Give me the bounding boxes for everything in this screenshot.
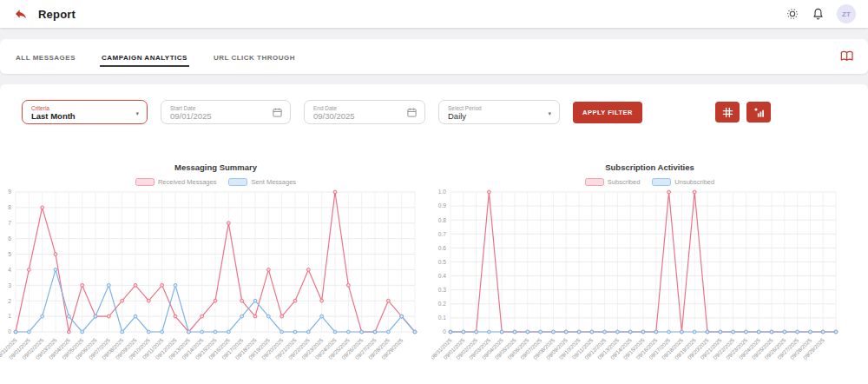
- svg-text:8: 8: [8, 204, 11, 210]
- calendar-icon: [272, 107, 283, 118]
- svg-text:0.8: 0.8: [438, 217, 446, 223]
- svg-text:1: 1: [8, 313, 11, 319]
- tab-url-click-through[interactable]: URL CLICK THROUGH: [212, 43, 297, 71]
- legend-swatch-blue: [228, 178, 247, 186]
- svg-text:0.5: 0.5: [438, 259, 446, 265]
- legend-item-subscribed[interactable]: Subscribed: [585, 178, 641, 186]
- chart-title: Subscription Activities: [431, 162, 868, 172]
- svg-text:9: 9: [8, 189, 11, 195]
- legend-item-received[interactable]: Received Messages: [135, 178, 217, 186]
- criteria-value: Last Month: [31, 111, 140, 121]
- grid-view-button[interactable]: [715, 102, 740, 122]
- svg-text:1.0: 1.0: [438, 189, 446, 195]
- legend-label: Received Messages: [158, 178, 217, 186]
- svg-text:0.7: 0.7: [438, 231, 446, 237]
- report-tabs: ALL MESSAGES CAMPAIGN ANALYTICS URL CLIC…: [0, 39, 868, 74]
- view-toggle-buttons: [715, 102, 771, 122]
- select-period-value: Daily: [448, 111, 552, 121]
- select-period-dropdown[interactable]: Select Period Daily ▾: [438, 100, 560, 124]
- legend-swatch-red: [585, 178, 604, 186]
- charts-row: Messaging Summary Received Messages Sent…: [0, 162, 868, 381]
- end-date-value: 09/30/2025: [313, 111, 418, 121]
- svg-text:0.6: 0.6: [438, 245, 446, 251]
- chevron-down-icon: ▾: [548, 110, 551, 117]
- campaign-analytics-panel: Criteria Last Month ▾ Start Date 09/01/2…: [0, 84, 868, 384]
- chart-title: Messaging Summary: [0, 162, 431, 172]
- svg-text:0.3: 0.3: [438, 287, 446, 293]
- messaging-summary-chart: Messaging Summary Received Messages Sent…: [0, 162, 431, 381]
- bar-chart-icon: [753, 107, 765, 118]
- start-date-value: 09/01/2025: [170, 111, 283, 121]
- notifications-bell-icon[interactable]: [812, 7, 825, 21]
- brightness-icon[interactable]: [786, 7, 799, 21]
- start-date-label: Start Date: [170, 105, 283, 111]
- calendar-icon: [406, 107, 418, 118]
- subscription-activities-chart: Subscription Activities Subscribed Unsub…: [431, 162, 868, 381]
- svg-text:6: 6: [8, 235, 11, 242]
- book-icon[interactable]: [840, 50, 854, 63]
- legend-label: Subscribed: [608, 178, 641, 186]
- apply-filter-button[interactable]: APPLY FILTER: [573, 102, 642, 123]
- criteria-label: Criteria: [31, 105, 140, 111]
- start-date-field[interactable]: Start Date 09/01/2025: [161, 100, 291, 124]
- legend-item-sent[interactable]: Sent Messages: [228, 178, 296, 186]
- chevron-down-icon: ▾: [135, 110, 139, 117]
- svg-text:0: 0: [443, 328, 446, 334]
- svg-text:0.9: 0.9: [438, 202, 446, 209]
- chart-legend: Subscribed Unsubscribed: [431, 178, 868, 186]
- svg-text:0.4: 0.4: [438, 273, 446, 279]
- legend-swatch-blue: [652, 178, 671, 186]
- tab-all-messages[interactable]: ALL MESSAGES: [14, 43, 77, 71]
- svg-text:4: 4: [8, 267, 11, 273]
- avatar[interactable]: ZT: [837, 4, 856, 23]
- chart-view-button[interactable]: [746, 102, 771, 122]
- chart-legend: Received Messages Sent Messages: [0, 178, 431, 186]
- legend-item-unsubscribed[interactable]: Unsubscribed: [652, 178, 714, 186]
- grid-icon: [722, 107, 733, 118]
- back-icon[interactable]: [12, 7, 30, 21]
- svg-text:5: 5: [8, 251, 11, 257]
- svg-text:0.2: 0.2: [438, 301, 446, 307]
- top-app-bar: Report ZT: [0, 0, 868, 28]
- page-title: Report: [38, 8, 76, 21]
- svg-text:7: 7: [8, 220, 11, 226]
- legend-swatch-red: [135, 178, 155, 186]
- tab-campaign-analytics[interactable]: CAMPAIGN ANALYTICS: [100, 43, 189, 71]
- avatar-initials: ZT: [842, 10, 851, 18]
- legend-label: Unsubscribed: [674, 178, 714, 186]
- end-date-label: End Date: [313, 105, 418, 111]
- legend-label: Sent Messages: [251, 178, 296, 186]
- criteria-select[interactable]: Criteria Last Month ▾: [22, 100, 148, 124]
- svg-text:3: 3: [8, 282, 11, 288]
- line-chart-canvas: 00.10.20.30.40.50.60.70.80.91.008/31/202…: [431, 188, 865, 381]
- svg-text:2: 2: [8, 298, 11, 304]
- line-chart-canvas: 012345678908/31/202509/01/202509/02/2025…: [0, 188, 425, 381]
- select-period-label: Select Period: [448, 105, 552, 111]
- end-date-field[interactable]: End Date 09/30/2025: [304, 100, 425, 124]
- filter-row: Criteria Last Month ▾ Start Date 09/01/2…: [22, 100, 868, 124]
- svg-text:0: 0: [8, 328, 11, 334]
- svg-text:0.1: 0.1: [438, 314, 446, 321]
